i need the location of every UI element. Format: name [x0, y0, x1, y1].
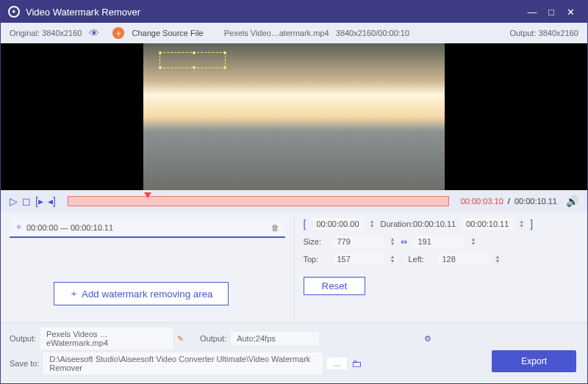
width-stepper[interactable]: ▲▼: [390, 237, 395, 246]
minimize-button[interactable]: —: [523, 7, 542, 18]
stop-button[interactable]: ◻: [22, 195, 31, 207]
start-time-field[interactable]: 00:00:00.00: [312, 218, 363, 230]
open-folder-icon[interactable]: 🗀: [351, 358, 362, 369]
settings-icon[interactable]: ⚙: [424, 334, 431, 344]
preview-toggle-icon[interactable]: 👁: [89, 27, 99, 39]
left-field[interactable]: 128: [437, 253, 489, 265]
time-total: 00:00:10.11: [514, 197, 557, 206]
add-watermark-area-button[interactable]: ＋ Add watermark removing area: [54, 282, 229, 305]
play-button[interactable]: ▷: [10, 195, 18, 207]
segment-range: 00:00:00 — 00:00:10.11: [26, 223, 113, 232]
start-time-stepper[interactable]: ▲▼: [370, 220, 375, 228]
browse-button[interactable]: …: [327, 358, 347, 369]
watermark-segment-row[interactable]: ✧ 00:00:00 — 00:00:10.11 🗑: [10, 218, 285, 238]
link-aspect-icon[interactable]: ⇔: [401, 237, 407, 247]
set-end-button[interactable]: ◂]: [48, 195, 56, 207]
output-filename: Pexels Videos …eWatermark.mp4: [40, 327, 173, 349]
source-file-info: Pexels Video…atermark.mp4 3840x2160/00:0…: [224, 29, 409, 37]
height-stepper[interactable]: ▲▼: [470, 237, 476, 246]
timeline-cursor[interactable]: [144, 192, 151, 198]
top-label: Top:: [304, 255, 327, 264]
save-path: D:\Aiseesoft Studio\Aiseesoft Video Conv…: [43, 352, 323, 374]
delete-segment-icon[interactable]: 🗑: [271, 223, 279, 232]
export-button[interactable]: Export: [492, 350, 576, 372]
save-to-label: Save to:: [10, 359, 39, 368]
add-source-icon[interactable]: +: [112, 27, 124, 39]
size-label: Size:: [304, 237, 327, 246]
app-logo-icon: ✦: [8, 6, 20, 18]
timeline-track[interactable]: [68, 196, 449, 206]
top-field[interactable]: 157: [333, 253, 384, 265]
app-title: Video Watermark Remover: [26, 7, 523, 18]
video-preview[interactable]: [1, 43, 587, 190]
close-button[interactable]: ✕: [561, 7, 580, 18]
left-label: Left:: [408, 255, 431, 264]
range-start-bracket-icon[interactable]: [: [304, 218, 306, 230]
time-current: 00:00:03.10: [461, 197, 503, 206]
top-stepper[interactable]: ▲▼: [390, 255, 395, 264]
change-source-button[interactable]: Change Source File: [132, 29, 203, 37]
output-format: Auto;24fps: [231, 332, 319, 345]
output-resolution: Output: 3840x2160: [509, 29, 578, 37]
duration-label: Duration:00:00:10.11: [380, 220, 456, 228]
rename-icon[interactable]: ✎: [177, 334, 184, 344]
watermark-selection-box[interactable]: [159, 52, 226, 68]
output-format-label: Output:: [200, 334, 226, 343]
left-stepper[interactable]: ▲▼: [495, 255, 500, 264]
end-time-stepper[interactable]: ▲▼: [519, 220, 524, 228]
maximize-button[interactable]: □: [542, 7, 561, 18]
height-field[interactable]: 191: [413, 236, 465, 247]
width-field[interactable]: 779: [333, 236, 384, 247]
reset-button[interactable]: Reset: [304, 277, 366, 295]
output-name-label: Output:: [10, 334, 36, 343]
set-start-button[interactable]: [▸: [35, 195, 43, 207]
volume-icon[interactable]: 🔊: [566, 195, 578, 207]
original-label: Original: 3840x2160: [10, 29, 82, 37]
end-time-field[interactable]: 00:00:10.11: [462, 218, 513, 230]
range-end-bracket-icon[interactable]: ]: [530, 218, 533, 230]
wand-icon: ✧: [15, 222, 22, 232]
